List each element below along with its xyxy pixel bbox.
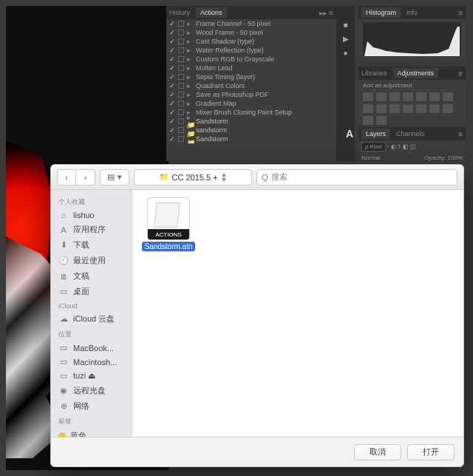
view-mode-button[interactable]: ▤ ▾ — [100, 169, 129, 186]
action-row[interactable]: ✓▸Water Reflection (type) — [166, 46, 336, 55]
action-row[interactable]: ✓▸Gradient Map — [166, 99, 336, 108]
dialog-toggle[interactable] — [178, 30, 184, 35]
adj-icon[interactable] — [363, 116, 373, 125]
adj-icon[interactable] — [443, 92, 453, 101]
tab-libraries[interactable]: Libraries — [361, 69, 387, 77]
dialog-toggle[interactable] — [178, 74, 184, 80]
search-field[interactable]: Q 搜索 — [256, 169, 457, 186]
dialog-toggle[interactable] — [178, 83, 184, 89]
tab-info[interactable]: Info — [406, 9, 418, 16]
adj-icon[interactable] — [363, 104, 373, 113]
sidebar-item[interactable]: ⬇下载 — [51, 237, 132, 253]
adj-icon[interactable] — [376, 104, 387, 113]
caret-icon[interactable]: ▸ 📁 — [187, 132, 193, 143]
adj-icon[interactable] — [416, 104, 426, 113]
filter-icon[interactable]: ◧ — [403, 143, 409, 150]
adj-icon[interactable] — [389, 104, 400, 113]
sidebar-item[interactable]: ▭Macintosh... — [51, 355, 132, 369]
check-icon[interactable]: ✓ — [169, 100, 175, 107]
caret-icon[interactable]: ▸ — [187, 73, 193, 81]
action-row[interactable]: ✓▸ 📁Sandstorm — [166, 135, 336, 143]
dialog-toggle[interactable] — [178, 101, 184, 106]
dialog-toggle[interactable] — [178, 47, 184, 53]
dialog-toggle[interactable] — [178, 56, 184, 62]
dialog-toggle[interactable] — [178, 118, 184, 124]
sidebar-tag[interactable]: 黄色 — [51, 428, 132, 437]
tab-actions[interactable]: Actions — [196, 7, 227, 18]
adj-icon[interactable] — [403, 92, 413, 101]
sidebar-item[interactable]: 🗎文稿 — [51, 268, 132, 284]
panel-menu-icon[interactable]: ≡ — [458, 69, 463, 78]
check-icon[interactable]: ✓ — [169, 64, 175, 72]
tab-adjustments[interactable]: Adjustments — [393, 68, 439, 78]
nav-forward-button[interactable]: › — [76, 169, 95, 186]
filter-icon[interactable]: ◫ — [410, 143, 416, 150]
filter-icon[interactable]: ◐ — [391, 143, 396, 150]
adj-icon[interactable] — [363, 92, 373, 101]
sidebar-item[interactable]: ▭MacBook... — [51, 341, 132, 355]
check-icon[interactable]: ✓ — [169, 135, 175, 143]
opacity-value[interactable]: 100% — [448, 154, 463, 161]
check-icon[interactable]: ✓ — [169, 91, 175, 98]
caret-icon[interactable]: ▸ — [187, 29, 193, 36]
layer-filter-kind[interactable]: ρ Kind — [361, 142, 386, 152]
action-row[interactable]: ✓▸Sepia Toning (layer) — [166, 72, 336, 81]
cancel-button[interactable]: 取消 — [354, 444, 401, 460]
sidebar-item[interactable]: ▭tuzi ⏏ — [51, 369, 132, 383]
panel-menu-icon[interactable]: ≡ — [458, 130, 463, 138]
tab-history[interactable]: History — [169, 9, 190, 16]
adj-icon[interactable] — [443, 104, 453, 113]
panel-collapse-icon[interactable]: ▸▸ ≡ — [319, 9, 333, 17]
action-row[interactable]: ✓▸Cast Shadow (type) — [166, 37, 336, 46]
check-icon[interactable]: ✓ — [169, 38, 175, 45]
check-icon[interactable]: ✓ — [169, 126, 175, 134]
action-row[interactable]: ✓▸Wood Frame - 50 pixel — [166, 28, 336, 37]
tab-histogram[interactable]: Histogram — [361, 7, 401, 18]
filter-icon[interactable]: ▫ — [387, 143, 389, 150]
dialog-toggle[interactable] — [178, 92, 184, 98]
dialog-toggle[interactable] — [178, 38, 184, 44]
sidebar-item[interactable]: ⌂lishuo — [51, 208, 132, 222]
caret-icon[interactable]: ▸ — [187, 64, 193, 72]
check-icon[interactable]: ✓ — [169, 47, 175, 54]
file-item[interactable]: ACTIONS Sandstorm.atn — [141, 197, 196, 251]
nav-back-button[interactable]: ‹ — [57, 169, 76, 186]
caret-icon[interactable]: ▸ — [187, 91, 193, 98]
check-icon[interactable]: ✓ — [169, 55, 175, 63]
dialog-toggle[interactable] — [178, 65, 184, 71]
sidebar-item[interactable]: 🕘最近使用 — [51, 253, 132, 268]
caret-icon[interactable]: ▸ — [187, 55, 193, 63]
adj-icon[interactable] — [429, 92, 440, 101]
check-icon[interactable]: ✓ — [169, 73, 175, 81]
adj-icon[interactable] — [403, 104, 413, 113]
caret-icon[interactable]: ▸ — [187, 38, 193, 45]
filter-icon[interactable]: T — [398, 143, 401, 150]
check-icon[interactable]: ✓ — [169, 82, 175, 89]
sidebar-item[interactable]: ⊕网络 — [51, 398, 132, 414]
action-row[interactable]: ✓▸Frame Channel - 50 pixel — [166, 19, 336, 28]
sidebar-item[interactable]: ▭桌面 — [51, 284, 132, 299]
dialog-toggle[interactable] — [178, 127, 184, 133]
finder-content[interactable]: ACTIONS Sandstorm.atn — [132, 190, 463, 437]
stop-icon[interactable]: ■ — [343, 21, 347, 29]
open-button[interactable]: 打开 — [407, 444, 455, 460]
blend-mode-select[interactable]: Normal — [361, 154, 381, 161]
panel-menu-icon[interactable]: ≡ — [458, 9, 463, 17]
check-icon[interactable]: ✓ — [169, 20, 175, 27]
dialog-toggle[interactable] — [178, 136, 184, 142]
action-row[interactable]: ✓▸Molten Lead — [166, 64, 336, 72]
check-icon[interactable]: ✓ — [169, 109, 175, 116]
adj-icon[interactable] — [389, 92, 400, 101]
sidebar-item[interactable]: A应用程序 — [51, 222, 132, 237]
adj-icon[interactable] — [376, 92, 387, 101]
adj-icon[interactable] — [416, 92, 426, 101]
caret-icon[interactable]: ▸ — [187, 82, 193, 89]
sidebar-item[interactable]: ◉远程光盘 — [51, 383, 132, 398]
tab-layers[interactable]: Layers — [361, 129, 390, 139]
check-icon[interactable]: ✓ — [169, 118, 175, 125]
caret-icon[interactable]: ▸ — [187, 20, 193, 27]
check-icon[interactable]: ✓ — [169, 29, 175, 36]
character-panel-icon[interactable]: A — [346, 128, 353, 140]
adj-icon[interactable] — [429, 104, 440, 113]
dialog-toggle[interactable] — [178, 109, 184, 115]
